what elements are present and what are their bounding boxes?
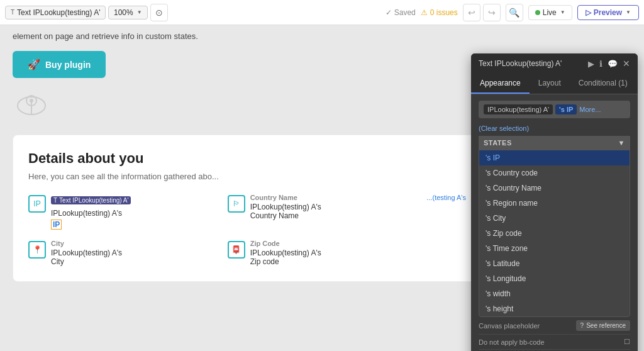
toolbar-left: T Text IPLookup(testing) A' ▼ 100% ▼ ⊙: [5, 4, 168, 21]
rocket-icon: 🚀: [28, 58, 40, 70]
undo-redo-group: ↩ ↪: [463, 4, 501, 21]
bb-code-label: Do not apply bb-code: [479, 338, 545, 346]
text-element-icon: T: [11, 9, 14, 16]
state-item-country-code[interactable]: 's Country code: [479, 165, 630, 181]
chip-ip[interactable]: 's IP: [555, 104, 577, 114]
properties-panel: Text IPLookup(testing) A' ▶ ℹ 💬 ✕ Appear…: [471, 53, 638, 351]
zip-value: IPLookup(testing) A's Zip code: [250, 248, 321, 266]
buy-plugin-button[interactable]: 🚀 Buy plugin: [13, 51, 106, 78]
city-label: City: [51, 240, 122, 247]
content-selector[interactable]: IPLookup(testing) A' 's IP More...: [479, 101, 630, 118]
state-item-timezone[interactable]: 's Time zone: [479, 241, 630, 256]
element-dropdown-arrow: ▼: [104, 9, 106, 15]
panel-title: Text IPLookup(testing) A': [479, 59, 562, 68]
zip-icon: 📮: [228, 241, 245, 259]
ip-value-highlighted: IP: [51, 220, 62, 230]
state-item-city[interactable]: 's City: [479, 211, 630, 226]
zip-label: Zip Code: [250, 240, 321, 247]
svg-point-2: [30, 99, 33, 103]
location-icon: 📍: [28, 241, 46, 259]
close-icon[interactable]: ✕: [623, 58, 630, 69]
tab-layout[interactable]: Layout: [530, 74, 570, 94]
state-item-height[interactable]: 's height: [479, 301, 630, 316]
more-link[interactable]: More...: [579, 106, 601, 113]
zoom-control[interactable]: 100% ▼: [108, 6, 148, 20]
panel-header: Text IPLookup(testing) A' ▶ ℹ 💬 ✕: [471, 53, 638, 74]
states-dropdown: 's IP 's Country code 's Country Name 's…: [479, 150, 630, 317]
intro-text: element on page and retrieve info in cus…: [13, 31, 631, 41]
text-t-icon: T: [53, 197, 57, 204]
country-content: Country Name IPLookup(testing) A's Count…: [250, 194, 321, 220]
element-selector[interactable]: T Text IPLookup(testing) A' ▼: [5, 6, 106, 20]
question-icon: ?: [580, 322, 584, 329]
clear-selection-link[interactable]: (Clear selection): [479, 123, 630, 136]
ip-value: IPLookup(testing) A's IP: [51, 207, 131, 230]
preview-icon: ▷: [586, 8, 591, 17]
city-value: IPLookup(testing) A's City: [51, 248, 122, 266]
zoom-arrow: ▼: [137, 9, 142, 15]
state-item-region[interactable]: 's Region name: [479, 196, 630, 211]
bb-code-toggle[interactable]: ☐: [624, 338, 630, 346]
live-arrow: ▼: [560, 9, 565, 15]
ip-detail-item: IP T Text IPLookup(testing) A' IPLookup(…: [28, 194, 218, 230]
tab-conditional[interactable]: Conditional (1): [570, 74, 636, 94]
live-button[interactable]: Live ▼: [528, 5, 572, 20]
state-item-width[interactable]: 's width: [479, 286, 630, 301]
city-item: 📍 City IPLookup(testing) A's City: [28, 240, 218, 266]
bb-code-row: Do not apply bb-code ☐: [479, 335, 630, 350]
ip-selected-label: T Text IPLookup(testing) A': [51, 196, 131, 204]
ip-content: T Text IPLookup(testing) A' IPLookup(tes…: [51, 194, 131, 230]
canvas-placeholder-row: Canvas placeholder ? See reference: [479, 317, 630, 335]
toolbar: T Text IPLookup(testing) A' ▼ 100% ▼ ⊙ ✓…: [0, 0, 644, 25]
warning-icon: ⚠: [421, 8, 428, 17]
element-label-text: Text IPLookup(testing) A': [17, 8, 100, 17]
state-item-latitude[interactable]: 's Latitude: [479, 256, 630, 271]
states-label: STATES: [484, 139, 512, 147]
see-reference-button[interactable]: ? See reference: [576, 320, 630, 331]
buy-btn-label: Buy plugin: [45, 60, 91, 70]
undo-button[interactable]: ↩: [463, 4, 480, 21]
country-label: Country Name: [250, 194, 321, 201]
states-arrow: ▼: [618, 139, 625, 147]
state-item-country-name[interactable]: 's Country Name: [479, 181, 630, 196]
panel-icons: ▶ ℹ 💬 ✕: [588, 58, 630, 69]
live-label: Live: [543, 8, 557, 17]
country-value: IPLookup(testing) A's Country Name: [250, 203, 321, 220]
state-item-longitude[interactable]: 's Longitude: [479, 271, 630, 286]
canvas-placeholder-label: Canvas placeholder: [479, 322, 540, 330]
issues-badge: ⚠ 0 issues: [421, 8, 458, 17]
zip-item: 📮 Zip Code IPLookup(testing) A's Zip cod…: [228, 240, 417, 266]
placeholder-text: ...(testing A's: [426, 194, 466, 201]
search-button[interactable]: 🔍: [506, 4, 523, 21]
ip-icon: IP: [28, 195, 46, 213]
panel-tabs: Appearance Layout Conditional (1): [471, 74, 638, 94]
tab-appearance[interactable]: Appearance: [471, 74, 530, 94]
flag-icon: 🏳: [228, 195, 245, 213]
redo-button[interactable]: ↪: [483, 4, 501, 21]
state-item-ip[interactable]: 's IP: [479, 150, 630, 165]
play-icon[interactable]: ▶: [588, 59, 594, 69]
canvas[interactable]: element on page and retrieve info in cus…: [0, 25, 644, 351]
panel-body: IPLookup(testing) A' 's IP More... (Clea…: [471, 94, 638, 351]
city-content: City IPLookup(testing) A's City: [51, 240, 122, 266]
states-section: STATES ▼ 's IP 's Country code 's Countr…: [479, 136, 630, 317]
preview-arrow: ▼: [626, 9, 631, 15]
chip-iplookup[interactable]: IPLookup(testing) A': [484, 104, 553, 114]
preview-button[interactable]: ▷ Preview ▼: [577, 5, 639, 20]
zip-content: Zip Code IPLookup(testing) A's Zip code: [250, 240, 321, 266]
state-item-zip[interactable]: 's Zip code: [479, 226, 630, 241]
country-name-item: 🏳 Country Name IPLookup(testing) A's Cou…: [228, 194, 417, 230]
info-icon[interactable]: ℹ: [599, 59, 602, 69]
saved-status: ✓ Saved: [386, 8, 416, 17]
zoom-value: 100%: [114, 8, 133, 17]
chat-icon[interactable]: 💬: [608, 59, 618, 69]
history-button[interactable]: ⊙: [150, 4, 168, 21]
preview-label: Preview: [594, 8, 622, 17]
main-area: element on page and retrieve info in cus…: [0, 25, 644, 351]
see-reference-text: See reference: [586, 322, 626, 329]
states-header[interactable]: STATES ▼: [479, 136, 630, 150]
check-icon: ✓: [386, 8, 392, 17]
toolbar-right: ✓ Saved ⚠ 0 issues ↩ ↪ 🔍 Live ▼ ▷ Previe…: [386, 4, 639, 21]
live-indicator: [535, 10, 540, 15]
